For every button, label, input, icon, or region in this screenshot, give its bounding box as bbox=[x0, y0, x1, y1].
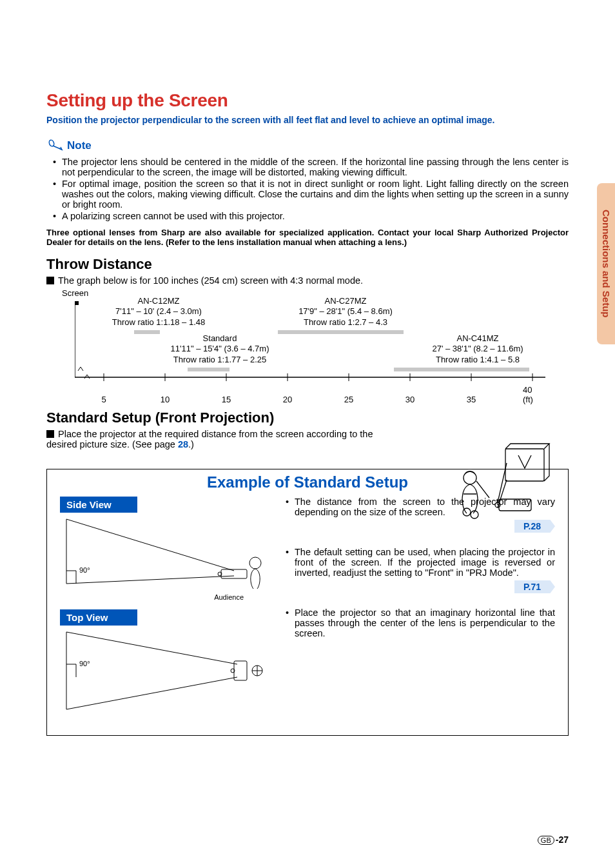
tick: 40 (ft) bbox=[523, 385, 542, 404]
screen-label: Screen bbox=[62, 288, 88, 298]
page-xref[interactable]: 28 bbox=[178, 439, 188, 449]
square-bullet-icon bbox=[46, 277, 54, 284]
svg-line-20 bbox=[66, 576, 234, 584]
example-item: The distance from the screen to the proj… bbox=[286, 497, 555, 533]
audience-label: Audience bbox=[214, 593, 244, 601]
lens-ratio: Throw ratio 1:1.18 – 1.48 bbox=[101, 317, 217, 328]
page-footer: GB-27 bbox=[538, 834, 569, 845]
angle-label: 90° bbox=[79, 660, 90, 667]
svg-point-25 bbox=[249, 557, 261, 569]
svg-rect-11 bbox=[75, 301, 79, 305]
page-ref-link[interactable]: P.28 bbox=[514, 520, 555, 533]
tick: 15 bbox=[222, 395, 231, 404]
section-tab: Connections and Setup bbox=[597, 183, 615, 344]
throw-distance-heading: Throw Distance bbox=[46, 256, 569, 273]
tick: 35 bbox=[467, 395, 476, 404]
throw-distance-diagram: Screen AN-C12MZ 7'11" – 10' (2.4 – 3.0m)… bbox=[55, 288, 552, 404]
example-box: Example of Standard Setup Side View bbox=[46, 469, 569, 736]
standard-setup-text: Place the projector at the required dist… bbox=[46, 429, 373, 449]
note-item: A polarizing screen cannot be used with … bbox=[53, 211, 569, 221]
standard-setup-heading: Standard Setup (Front Projection) bbox=[46, 409, 569, 426]
lens-range: 17'9" – 28'1" (5.4 – 8.6m) bbox=[281, 306, 410, 317]
tick: 20 bbox=[283, 395, 292, 404]
lens-name: AN-C27MZ bbox=[281, 296, 410, 306]
note-label: Note bbox=[67, 139, 92, 152]
example-item: Place the projector so that an imaginary… bbox=[286, 607, 555, 638]
svg-line-28 bbox=[66, 677, 237, 709]
page-title: Setting up the Screen bbox=[46, 90, 569, 111]
lens-range: 11'11" – 15'4" (3.6 – 4.7m) bbox=[159, 344, 281, 354]
svg-rect-23 bbox=[221, 569, 247, 578]
side-view-label: Side View bbox=[60, 497, 137, 513]
region-badge: GB bbox=[538, 836, 554, 845]
svg-line-19 bbox=[66, 519, 234, 571]
svg-rect-12 bbox=[505, 449, 544, 481]
lens-ratio: Throw ratio 1:4.1 – 5.8 bbox=[413, 355, 542, 365]
page-number: -27 bbox=[556, 834, 569, 845]
lens-name: Standard bbox=[159, 333, 281, 344]
lens-name: AN-C12MZ bbox=[101, 296, 217, 306]
lens-range: 27' – 38'1" (8.2 – 11.6m) bbox=[413, 344, 542, 354]
lens-range: 7'11" – 10' (2.4 – 3.0m) bbox=[101, 306, 217, 317]
lead-text: Position the projector perpendicular to … bbox=[46, 115, 569, 125]
note-icon bbox=[46, 138, 63, 153]
tick: 10 bbox=[161, 395, 170, 404]
tick: 30 bbox=[405, 395, 415, 404]
throw-intro: The graph below is for 100 inches (254 c… bbox=[58, 275, 363, 286]
top-view-figure: 90° bbox=[60, 626, 273, 722]
example-item: The default setting can be used, when pl… bbox=[286, 547, 555, 593]
lens-availability-note: Three optional lenses from Sharp are als… bbox=[46, 228, 569, 247]
side-view-figure: 90° Audience bbox=[60, 513, 273, 609]
lens-ratio: Throw ratio 1:1.77 – 2.25 bbox=[159, 355, 281, 365]
lens-name: AN-C41MZ bbox=[413, 333, 542, 344]
square-bullet-icon bbox=[46, 430, 54, 438]
note-item: For optimal image, position the screen s… bbox=[53, 179, 569, 210]
page-ref-link[interactable]: P.71 bbox=[514, 580, 555, 593]
tick: 5 bbox=[101, 395, 106, 404]
svg-line-27 bbox=[66, 632, 237, 664]
note-item: The projector lens should be centered in… bbox=[53, 157, 569, 177]
angle-label: 90° bbox=[79, 566, 90, 574]
tick: 25 bbox=[344, 395, 353, 404]
top-view-label: Top View bbox=[60, 609, 137, 626]
section-tab-label: Connections and Setup bbox=[601, 210, 612, 318]
lens-ratio: Throw ratio 1:2.7 – 4.3 bbox=[281, 317, 410, 328]
